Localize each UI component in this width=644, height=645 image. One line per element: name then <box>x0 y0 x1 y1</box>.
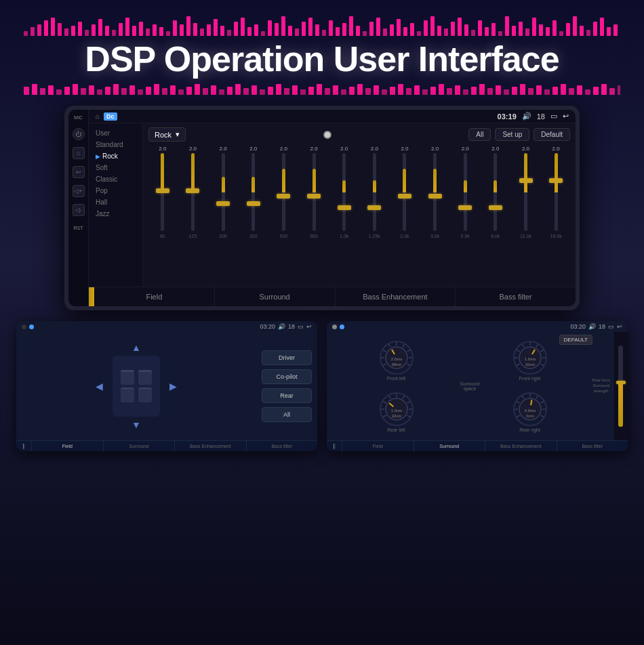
svg-line-208 <box>522 396 524 398</box>
eq-slider-6[interactable] <box>300 153 328 231</box>
eq-slider-13[interactable] <box>512 153 540 231</box>
right-tab-bass-filter[interactable]: Bass filter <box>557 441 628 451</box>
left-tab-bass-enhancement[interactable]: Bass Enhancement <box>174 441 246 451</box>
svg-rect-3 <box>44 20 48 36</box>
eq-slider-3[interactable] <box>209 153 237 231</box>
right-tab-field[interactable]: Field <box>342 441 414 451</box>
rear-seats <box>121 388 152 402</box>
vol-up-button[interactable]: ◁+ <box>73 185 85 197</box>
eq-slider-5[interactable] <box>270 153 298 231</box>
eq-slider-8[interactable] <box>360 153 388 231</box>
device-screen: MIC ⏻ ⌂ ↩ ◁+ ◁- RST ⌂ Dc 03:19 <box>68 110 576 306</box>
rear-left-knob[interactable]: 1.0ms 32cm <box>379 392 414 427</box>
preset-pop[interactable]: Pop <box>89 185 142 196</box>
svg-rect-141 <box>455 85 460 95</box>
svg-rect-79 <box>559 31 563 36</box>
copilot-button[interactable]: Co-pilot <box>262 369 312 384</box>
left-tab-field[interactable]: Field <box>31 441 103 451</box>
tab-bass-enhancement[interactable]: Bass Enhancement <box>335 287 456 306</box>
page-title: DSP Operation User Interface <box>0 40 644 79</box>
svg-rect-90 <box>40 88 45 95</box>
svg-rect-148 <box>512 87 517 95</box>
preset-classic[interactable]: Classic <box>89 173 142 185</box>
all-button[interactable]: All <box>468 128 491 141</box>
eq-slider-4[interactable] <box>239 153 268 231</box>
left-tab-bass-filter[interactable]: Bass filter <box>246 441 318 451</box>
svg-line-169 <box>407 350 409 352</box>
power-button[interactable]: ⏻ <box>73 128 85 140</box>
front-left-knob[interactable]: 2.0ms 68cm <box>379 340 414 375</box>
eq-slider-14[interactable] <box>542 153 570 231</box>
right-tab-bass-enhancement[interactable]: Bass Enhancement <box>485 441 557 451</box>
surround-positioning-grid: ▲ ▼ ◀ ▶ <box>16 332 256 440</box>
tab-surround[interactable]: Surround <box>214 287 335 306</box>
sv-4: 2.0 <box>239 146 268 152</box>
vert-slider-fill <box>618 382 623 427</box>
preset-dropdown[interactable]: Rock ▾ <box>148 127 186 142</box>
left-tab-surround[interactable]: Surround <box>103 441 175 451</box>
preset-user[interactable]: User <box>89 127 142 139</box>
nav-up-arrow[interactable]: ▲ <box>132 342 141 353</box>
preset-jazz[interactable]: Jazz <box>89 208 142 220</box>
preset-dropdown-label: Rock <box>155 131 172 139</box>
svg-rect-25 <box>193 23 197 36</box>
eq-slider-11[interactable] <box>451 153 479 231</box>
svg-rect-76 <box>539 24 543 36</box>
default-button[interactable]: Default <box>534 128 570 141</box>
svg-line-179 <box>517 350 519 352</box>
nav-down-arrow[interactable]: ▼ <box>132 419 141 430</box>
sv-3: 2.0 <box>209 146 237 152</box>
svg-rect-133 <box>390 87 395 95</box>
svg-rect-121 <box>292 85 298 95</box>
preset-soft[interactable]: Soft <box>89 162 142 173</box>
right-panel-volume-slider[interactable] <box>613 332 628 440</box>
sv-7: 2.0 <box>330 146 359 152</box>
tab-field[interactable]: Field <box>94 287 214 306</box>
svg-rect-113 <box>227 87 233 95</box>
right-eq-icon: 𝄃 <box>327 441 342 451</box>
setup-button[interactable]: Set up <box>495 128 529 141</box>
home-button[interactable]: ⌂ <box>73 147 85 159</box>
vol-down-button[interactable]: ◁- <box>73 204 85 216</box>
rear-right-knob[interactable]: 0.0ms 0cm <box>512 392 548 427</box>
tab-bass-filter[interactable]: Bass filter <box>455 287 576 306</box>
eq-slider-7[interactable] <box>330 153 359 231</box>
front-left-knob-cell: 2.0ms 68cm Front left <box>331 336 462 385</box>
nav-left-arrow[interactable]: ◀ <box>96 381 103 392</box>
front-right-knob[interactable]: 1.0ms 32cm <box>512 340 548 375</box>
preset-hall[interactable]: Hall <box>89 196 142 208</box>
rear-button[interactable]: Rear <box>262 388 312 403</box>
right-back-icon[interactable]: ↩ <box>617 323 622 330</box>
device-statusbar: ⌂ Dc 03:19 🔊 18 ▭ ↩ <box>89 110 576 123</box>
right-panel-time: 03:20 <box>570 323 586 330</box>
rear-horn-label: Rear hornSurroundstrength <box>592 378 610 394</box>
eq-slider-10[interactable] <box>421 153 449 231</box>
svg-rect-155 <box>569 88 574 95</box>
svg-rect-78 <box>552 20 557 36</box>
eq-slider-2[interactable] <box>179 153 207 231</box>
eq-slider-9[interactable] <box>390 153 419 231</box>
eq-slider-12[interactable] <box>481 153 510 231</box>
svg-rect-56 <box>403 27 407 36</box>
svg-rect-151 <box>536 85 542 95</box>
back-button[interactable]: ↩ <box>73 166 85 178</box>
nav-right-arrow[interactable]: ▶ <box>169 381 177 392</box>
sv-1: 2.0 <box>148 146 177 152</box>
eq-slider-1[interactable] <box>148 153 177 231</box>
preset-rock-active[interactable]: ▶ Rock <box>89 150 142 162</box>
svg-rect-146 <box>496 85 501 95</box>
preset-standard[interactable]: Standard <box>89 139 142 150</box>
svg-rect-101 <box>129 85 135 95</box>
svg-rect-75 <box>532 18 536 36</box>
right-default-button[interactable]: DEFAULT <box>559 335 592 345</box>
svg-line-210 <box>536 396 538 398</box>
svg-rect-125 <box>325 88 330 95</box>
svg-rect-105 <box>162 88 167 95</box>
all-seats-button[interactable]: All <box>262 407 312 422</box>
driver-button[interactable]: Driver <box>262 350 312 365</box>
svg-rect-66 <box>471 30 475 36</box>
left-back-icon[interactable]: ↩ <box>306 323 312 330</box>
right-tab-surround[interactable]: Surround <box>414 441 485 451</box>
freq-1-25k: 1.25k <box>360 234 388 238</box>
nav-back-icon[interactable]: ↩ <box>563 112 569 121</box>
